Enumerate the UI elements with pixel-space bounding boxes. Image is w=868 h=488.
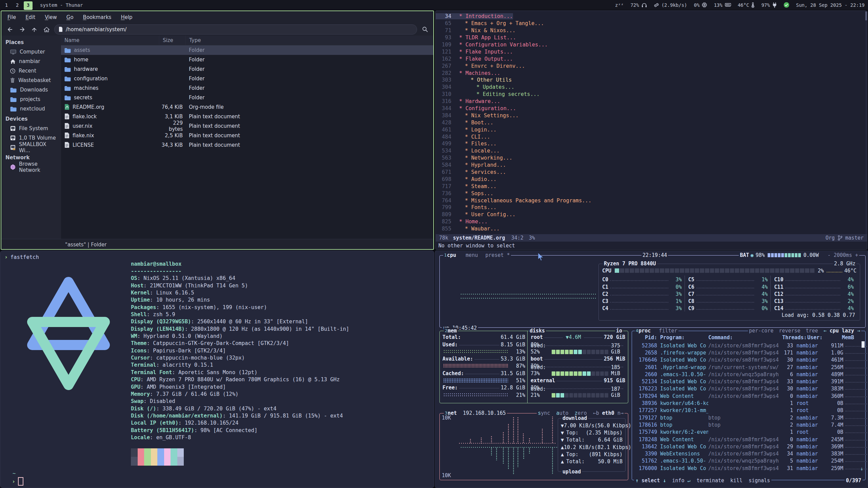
proc-option-per-core[interactable]: per-core (749, 328, 773, 334)
sidebar-item-smallbox-wi-[interactable]: SMALLBOX Wi... (1, 143, 61, 152)
process-row-3390[interactable]: 3390WebExtensions/nix/store/sm8fmrf3wps4… (633, 450, 864, 457)
cpu-meter-cell (650, 268, 654, 273)
temperature[interactable]: 46°C (738, 2, 755, 8)
process-row-178248[interactable]: 178248Web Content/nix/store/sm8fmrf3wps4… (633, 436, 864, 443)
workspace-2[interactable]: 2 (13, 1, 22, 9)
process-row-178616[interactable]: 178616btopbtop2nambiar7.4M0.0 (633, 421, 864, 428)
sidebar-item-recent[interactable]: Recent (1, 66, 61, 76)
sidebar-item-wastebasket[interactable]: Wastebasket (1, 76, 61, 85)
mem-row-cached: Cached:31.5 GiB (442, 369, 525, 376)
net-interface-switch[interactable]: ←b eth0 n→ (593, 410, 624, 416)
net-sync-button[interactable]: sync (538, 410, 550, 416)
column-headers: NameSizeType (61, 36, 433, 45)
legend-signals[interactable]: signals (749, 477, 770, 484)
clock[interactable]: Sun, 28 Sep 2025 - 22:19 (796, 2, 865, 8)
cpu-graph-line (460, 293, 596, 295)
file-row-hardware[interactable]: hardwareFolder (61, 64, 433, 74)
process-row-2658[interactable]: 2658.firefox-wrappe/nix/store/sm8fmrf3wp… (633, 349, 864, 356)
legend-info[interactable]: info ↵ (672, 477, 690, 484)
file-row-configuration[interactable]: configurationFolder (61, 74, 433, 83)
legend-select[interactable]: ↑ select ↓ (635, 477, 666, 484)
file-row-user-nix[interactable]: user.nix229 bytesPlain text document (61, 121, 433, 131)
menu-help[interactable]: Help (121, 14, 132, 20)
process-row-178294[interactable]: 178294Web Content/nix/store/sm8fmrf3wps4… (633, 392, 864, 400)
menu-bookmarks[interactable]: Bookmarks (83, 14, 112, 20)
idle-indicator[interactable]: zᶻᶻ (615, 2, 624, 8)
process-row-2601[interactable]: 2601.Hyprland-wrapp/run/current-system/s… (633, 364, 864, 371)
proc-option-reverse[interactable]: reverse (779, 328, 800, 334)
file-row-home[interactable]: homeFolder (61, 55, 433, 64)
workspace-3[interactable]: 3 (24, 1, 33, 9)
volume[interactable]: 72% (630, 2, 647, 8)
process-row-177257[interactable]: 177257kworker/10:1-mm_1root0B0.0 (633, 407, 864, 414)
org-heading-line: 384* Nix Settings... (436, 112, 867, 119)
menu-file[interactable]: File (7, 14, 16, 20)
proc-option-tree[interactable]: tree (806, 328, 818, 334)
sidebar-item-projects[interactable]: projects (1, 95, 61, 104)
file-row-machines[interactable]: machinesFolder (61, 83, 433, 93)
column-header-size[interactable]: Size (159, 36, 185, 45)
battery[interactable]: 97% (761, 2, 776, 8)
sidebar-item-browse-network[interactable]: Browse Network (1, 162, 61, 172)
forward-button[interactable] (18, 25, 26, 34)
preset-button[interactable]: preset * (485, 252, 510, 258)
search-icon[interactable] (420, 25, 429, 34)
sidebar-item-file-system[interactable]: File System (1, 124, 61, 133)
menu-edit[interactable]: Edit (25, 14, 35, 20)
org-heading-text: * Locale... (456, 148, 500, 154)
menu-view[interactable]: View (45, 14, 57, 20)
update-interval[interactable]: - 2000ms + (828, 252, 858, 258)
file-row-flake-lock[interactable]: flake.lock3,1 KiBPlain text document (61, 112, 433, 121)
file-row-readme-org[interactable]: README.org76,4 KiBOrg-mode file (61, 102, 433, 112)
sidebar-item-nambiar[interactable]: nambiar (1, 57, 61, 66)
terminal-cursor[interactable] (18, 477, 23, 486)
file-type: Plain text document (185, 123, 240, 129)
org-heading-line: 825* Home... (436, 218, 867, 225)
legend-kill[interactable]: kill (730, 477, 743, 484)
file-row-license[interactable]: LICENSE34,3 KiBPlain text document (61, 140, 433, 150)
process-row-176646[interactable]: 176646Isolated Web Co/nix/store/sm8fmrf3… (633, 357, 864, 364)
process-row-175749[interactable]: 175749kworker/6:2-even1root0B0.0 (633, 429, 864, 436)
workspace-1[interactable]: 1 (2, 1, 11, 9)
proc-sort-nav[interactable]: ← cpu lazy → (824, 328, 860, 334)
proc-scrollbar-thumb[interactable] (862, 341, 865, 348)
process-row-176223[interactable]: 176223Isolated Web Co/nix/store/sm8fmrf3… (633, 385, 864, 392)
sidebar-item-downloads[interactable]: Downloads (1, 85, 61, 95)
core-percent: 3% (670, 277, 682, 283)
upload-label: upload (563, 469, 581, 475)
emacs-scrollbar[interactable] (865, 11, 867, 241)
file-row-secrets[interactable]: secretsFolder (61, 93, 433, 102)
network-speed[interactable]: (2.9kb/s) (654, 2, 687, 8)
sidebar-item-computer[interactable]: Computer (1, 47, 61, 57)
process-row-13642[interactable]: 13642Isolated Web Co/nix/store/sm8fmrf3w… (633, 443, 864, 450)
path-bar[interactable]: /home/nambiar/system/ (54, 24, 417, 35)
status-ok[interactable] (784, 2, 789, 8)
process-row-179127[interactable]: 179127btopbtop2nambiar7.3M0.0 (633, 414, 864, 421)
process-row-38936[interactable]: 38936kworker/u64:6-kc1root0B0.0 (633, 400, 864, 407)
file-row-flake-nix[interactable]: flake.nix2,5 KiBPlain text document (61, 131, 433, 140)
battery-cell (771, 253, 774, 257)
disk-used-value: 185 MiB (611, 364, 625, 377)
cpu-usage[interactable]: 0% (694, 2, 707, 8)
up-button[interactable] (30, 25, 39, 34)
process-row-2660[interactable]: 2660.emacs-31.0.50-/nix/store/wnqz5pa8ra… (633, 371, 864, 378)
file-type: Folder (185, 66, 204, 72)
core-graph (785, 298, 840, 303)
home-button[interactable] (42, 25, 51, 34)
column-header-type[interactable]: Type (185, 36, 433, 45)
process-row-51762[interactable]: 51762.emacs-31.0.50-/nix/store/wnqz5pa8r… (633, 458, 864, 465)
sidebar-item-nextcloud[interactable]: nextcloud (1, 104, 61, 114)
file-row-assets[interactable]: assetsFolder (61, 45, 433, 55)
column-header-name[interactable]: Name (61, 36, 159, 45)
legend-terminate[interactable]: terminate (697, 477, 724, 484)
process-row-176000[interactable]: 176000Isolated Web Co/nix/store/sm8fmrf3… (633, 465, 864, 472)
back-button[interactable] (5, 25, 14, 34)
file-name: flake.lock (73, 114, 97, 120)
memory-usage[interactable]: 13% (714, 2, 731, 8)
process-row-52134[interactable]: 52134Isolated Web Co/nix/store/sm8fmrf3w… (633, 378, 864, 385)
menu-go[interactable]: Go (66, 14, 74, 20)
file-name-cell: assets (61, 47, 159, 53)
filter-button[interactable]: filter (659, 328, 677, 334)
menu-button[interactable]: menu (466, 252, 478, 258)
process-row-52368[interactable]: 52368Isolated Web Co/nix/store/sm8fmrf3w… (633, 342, 864, 349)
